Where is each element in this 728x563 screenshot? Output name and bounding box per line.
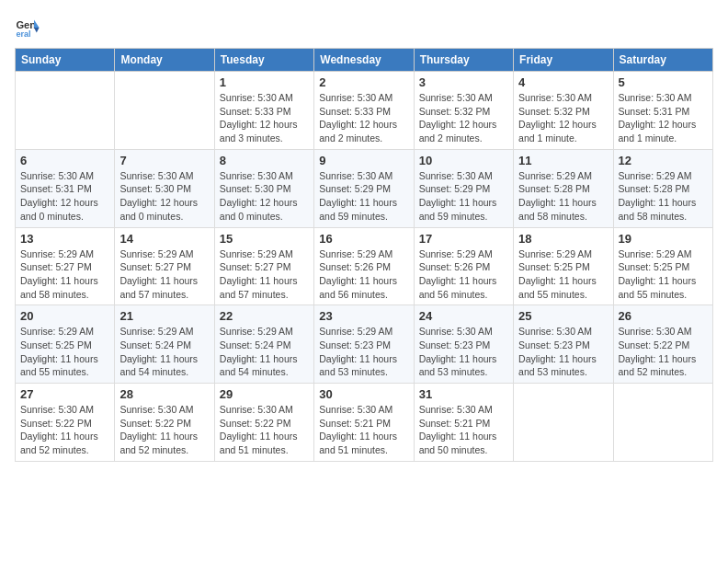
calendar-cell: 15Sunrise: 5:29 AM Sunset: 5:27 PM Dayli…	[214, 227, 313, 305]
calendar-cell: 22Sunrise: 5:29 AM Sunset: 5:24 PM Dayli…	[214, 305, 313, 384]
day-info: Sunrise: 5:29 AM Sunset: 5:26 PM Dayligh…	[419, 247, 508, 302]
day-number: 6	[20, 154, 109, 167]
calendar-cell	[514, 384, 613, 462]
calendar-cell: 28Sunrise: 5:30 AM Sunset: 5:22 PM Dayli…	[115, 384, 214, 462]
day-info: Sunrise: 5:29 AM Sunset: 5:25 PM Dayligh…	[619, 247, 708, 302]
calendar-cell: 5Sunrise: 5:30 AM Sunset: 5:31 PM Daylig…	[613, 72, 712, 150]
calendar-cell: 12Sunrise: 5:29 AM Sunset: 5:28 PM Dayli…	[613, 149, 712, 227]
header-friday: Friday	[514, 49, 613, 72]
day-number: 3	[419, 75, 508, 89]
calendar-table: SundayMondayTuesdayWednesdayThursdayFrid…	[15, 48, 713, 462]
day-number: 30	[319, 387, 408, 401]
day-number: 9	[319, 154, 408, 167]
calendar-cell: 8Sunrise: 5:30 AM Sunset: 5:30 PM Daylig…	[214, 149, 313, 227]
day-number: 20	[20, 309, 109, 323]
day-info: Sunrise: 5:29 AM Sunset: 5:27 PM Dayligh…	[220, 247, 309, 302]
day-info: Sunrise: 5:30 AM Sunset: 5:32 PM Dayligh…	[419, 91, 508, 145]
day-info: Sunrise: 5:30 AM Sunset: 5:22 PM Dayligh…	[220, 403, 309, 457]
day-info: Sunrise: 5:29 AM Sunset: 5:25 PM Dayligh…	[20, 325, 109, 379]
day-info: Sunrise: 5:29 AM Sunset: 5:24 PM Dayligh…	[220, 325, 309, 379]
day-number: 2	[319, 75, 408, 89]
header-thursday: Thursday	[414, 49, 513, 72]
day-info: Sunrise: 5:30 AM Sunset: 5:23 PM Dayligh…	[518, 325, 608, 379]
calendar-cell: 24Sunrise: 5:30 AM Sunset: 5:23 PM Dayli…	[414, 305, 513, 384]
day-info: Sunrise: 5:30 AM Sunset: 5:29 PM Dayligh…	[319, 169, 408, 224]
calendar-cell	[115, 72, 214, 150]
day-info: Sunrise: 5:30 AM Sunset: 5:22 PM Dayligh…	[619, 325, 708, 379]
calendar-header-row: SundayMondayTuesdayWednesdayThursdayFrid…	[16, 49, 713, 72]
day-number: 8	[220, 154, 309, 167]
day-number: 31	[419, 387, 508, 401]
day-number: 21	[119, 309, 209, 323]
calendar-cell: 11Sunrise: 5:29 AM Sunset: 5:28 PM Dayli…	[514, 149, 613, 227]
calendar-cell: 9Sunrise: 5:30 AM Sunset: 5:29 PM Daylig…	[314, 149, 414, 227]
day-info: Sunrise: 5:30 AM Sunset: 5:30 PM Dayligh…	[119, 169, 209, 224]
day-info: Sunrise: 5:29 AM Sunset: 5:26 PM Dayligh…	[319, 247, 408, 302]
week-row-2: 6Sunrise: 5:30 AM Sunset: 5:31 PM Daylig…	[16, 149, 713, 227]
calendar-cell: 3Sunrise: 5:30 AM Sunset: 5:32 PM Daylig…	[414, 72, 513, 150]
day-info: Sunrise: 5:30 AM Sunset: 5:31 PM Dayligh…	[20, 169, 109, 224]
header-tuesday: Tuesday	[214, 49, 313, 72]
day-info: Sunrise: 5:30 AM Sunset: 5:31 PM Dayligh…	[619, 91, 708, 145]
logo: Gen eral	[15, 15, 44, 40]
calendar-cell: 30Sunrise: 5:30 AM Sunset: 5:21 PM Dayli…	[314, 384, 414, 462]
calendar-cell: 27Sunrise: 5:30 AM Sunset: 5:22 PM Dayli…	[16, 384, 115, 462]
day-number: 29	[220, 387, 309, 401]
calendar-cell: 25Sunrise: 5:30 AM Sunset: 5:23 PM Dayli…	[514, 305, 613, 384]
logo-icon: Gen eral	[15, 15, 40, 40]
day-info: Sunrise: 5:29 AM Sunset: 5:27 PM Dayligh…	[20, 247, 109, 302]
day-info: Sunrise: 5:30 AM Sunset: 5:33 PM Dayligh…	[319, 91, 408, 145]
calendar-cell	[16, 72, 115, 150]
calendar-cell: 10Sunrise: 5:30 AM Sunset: 5:29 PM Dayli…	[414, 149, 513, 227]
day-info: Sunrise: 5:29 AM Sunset: 5:25 PM Dayligh…	[518, 247, 608, 302]
calendar-cell: 31Sunrise: 5:30 AM Sunset: 5:21 PM Dayli…	[414, 384, 513, 462]
day-number: 7	[119, 154, 209, 167]
day-number: 23	[319, 309, 408, 323]
week-row-4: 20Sunrise: 5:29 AM Sunset: 5:25 PM Dayli…	[16, 305, 713, 384]
week-row-1: 1Sunrise: 5:30 AM Sunset: 5:33 PM Daylig…	[16, 72, 713, 150]
svg-text:eral: eral	[16, 29, 30, 39]
day-number: 1	[220, 75, 309, 89]
calendar-cell: 7Sunrise: 5:30 AM Sunset: 5:30 PM Daylig…	[115, 149, 214, 227]
calendar-cell: 16Sunrise: 5:29 AM Sunset: 5:26 PM Dayli…	[314, 227, 414, 305]
day-number: 12	[619, 154, 708, 167]
day-number: 13	[20, 232, 109, 246]
calendar-cell: 20Sunrise: 5:29 AM Sunset: 5:25 PM Dayli…	[16, 305, 115, 384]
day-number: 17	[419, 232, 508, 246]
week-row-3: 13Sunrise: 5:29 AM Sunset: 5:27 PM Dayli…	[16, 227, 713, 305]
calendar-cell: 14Sunrise: 5:29 AM Sunset: 5:27 PM Dayli…	[115, 227, 214, 305]
day-number: 5	[619, 75, 708, 89]
day-info: Sunrise: 5:30 AM Sunset: 5:30 PM Dayligh…	[220, 169, 309, 224]
day-number: 28	[119, 387, 209, 401]
calendar-cell: 26Sunrise: 5:30 AM Sunset: 5:22 PM Dayli…	[613, 305, 712, 384]
day-info: Sunrise: 5:30 AM Sunset: 5:33 PM Dayligh…	[220, 91, 309, 145]
day-info: Sunrise: 5:30 AM Sunset: 5:23 PM Dayligh…	[419, 325, 508, 379]
day-number: 22	[220, 309, 309, 323]
calendar-cell: 18Sunrise: 5:29 AM Sunset: 5:25 PM Dayli…	[514, 227, 613, 305]
calendar-cell: 21Sunrise: 5:29 AM Sunset: 5:24 PM Dayli…	[115, 305, 214, 384]
day-number: 10	[419, 154, 508, 167]
calendar-cell: 1Sunrise: 5:30 AM Sunset: 5:33 PM Daylig…	[214, 72, 313, 150]
day-number: 4	[518, 75, 608, 89]
calendar-cell: 13Sunrise: 5:29 AM Sunset: 5:27 PM Dayli…	[16, 227, 115, 305]
day-number: 18	[518, 232, 608, 246]
day-info: Sunrise: 5:30 AM Sunset: 5:32 PM Dayligh…	[518, 91, 608, 145]
week-row-5: 27Sunrise: 5:30 AM Sunset: 5:22 PM Dayli…	[16, 384, 713, 462]
day-info: Sunrise: 5:29 AM Sunset: 5:28 PM Dayligh…	[518, 169, 608, 224]
header-wednesday: Wednesday	[314, 49, 414, 72]
day-info: Sunrise: 5:30 AM Sunset: 5:21 PM Dayligh…	[419, 403, 508, 457]
day-number: 25	[518, 309, 608, 323]
header-saturday: Saturday	[613, 49, 712, 72]
day-number: 15	[220, 232, 309, 246]
calendar-cell: 19Sunrise: 5:29 AM Sunset: 5:25 PM Dayli…	[613, 227, 712, 305]
calendar-cell: 29Sunrise: 5:30 AM Sunset: 5:22 PM Dayli…	[214, 384, 313, 462]
day-info: Sunrise: 5:29 AM Sunset: 5:23 PM Dayligh…	[319, 325, 408, 379]
day-info: Sunrise: 5:29 AM Sunset: 5:24 PM Dayligh…	[119, 325, 209, 379]
calendar-cell: 2Sunrise: 5:30 AM Sunset: 5:33 PM Daylig…	[314, 72, 414, 150]
header-monday: Monday	[115, 49, 214, 72]
day-number: 19	[619, 232, 708, 246]
day-number: 16	[319, 232, 408, 246]
page-header: Gen eral	[15, 15, 713, 40]
day-number: 14	[119, 232, 209, 246]
day-info: Sunrise: 5:30 AM Sunset: 5:21 PM Dayligh…	[319, 403, 408, 457]
